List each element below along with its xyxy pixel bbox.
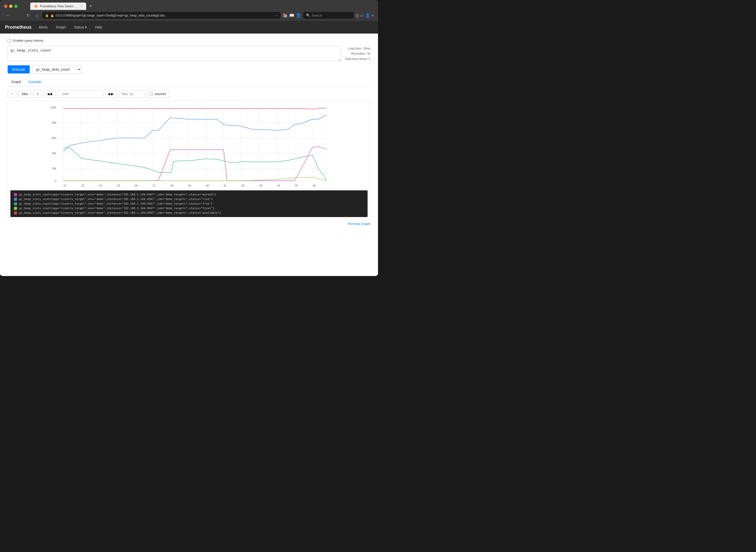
svg-text:32: 32 (242, 184, 245, 187)
active-tab[interactable]: 🔥 Prometheus Time Series Collec… ✕ (30, 3, 86, 10)
reading-mode-icon[interactable]: 📖 (289, 13, 294, 18)
query-history-label[interactable]: Enable query history (13, 39, 43, 42)
query-input[interactable]: gc_heap_slots_count (8, 46, 341, 61)
query-meta: Load time: 18ms Resolution: 3s Total tim… (345, 46, 370, 61)
reload-button[interactable]: ↻ (24, 12, 32, 19)
svg-text:23: 23 (81, 184, 85, 187)
svg-text:35: 35 (295, 184, 298, 187)
nav-status[interactable]: Status ▾ (73, 22, 88, 33)
address-bar[interactable]: 🔒 🔥 0.0.0.0:9090/graph?g0.range_input=15… (42, 12, 281, 19)
view-tabs: Graph Console (8, 78, 370, 87)
new-tab-button[interactable]: + (87, 3, 95, 10)
range-minus-button[interactable]: − (8, 90, 16, 98)
prometheus-brand[interactable]: Prometheus (5, 25, 31, 30)
legend-color-available (14, 212, 17, 215)
svg-text:33: 33 (259, 184, 262, 187)
total-time-series: Total time series: 5 (345, 56, 370, 61)
search-icon: 🔍 (306, 13, 310, 17)
close-button[interactable] (4, 5, 7, 8)
execute-button[interactable]: Execute (8, 65, 30, 74)
menu-icon[interactable]: ≡ (372, 13, 374, 17)
time-back-button[interactable]: ◀◀ (44, 90, 55, 98)
legend-color-live (14, 198, 17, 201)
nav-alerts[interactable]: Alerts (38, 22, 49, 33)
legend-color-marked (14, 193, 17, 196)
load-time: Load time: 18ms (345, 46, 370, 51)
legend-label-free: gc_heap_slots_count{app="sinatra_target"… (19, 202, 213, 205)
svg-text:40k: 40k (52, 152, 56, 155)
svg-text:27: 27 (152, 184, 155, 187)
remove-graph-link[interactable]: Remove Graph (348, 222, 370, 226)
back-button[interactable]: ← (4, 12, 12, 19)
svg-text:0: 0 (55, 180, 56, 183)
tab-graph[interactable]: Graph (8, 78, 25, 87)
address-text: 0.0.0.0:9090/graph?g0.range_input=15m&g0… (56, 14, 273, 17)
query-history-checkbox[interactable] (8, 39, 11, 42)
traffic-lights (4, 5, 17, 8)
chart-container: .grid-line { stroke: #e8e8e8; stroke-wid… (10, 104, 368, 190)
more-icon: ⋯ (275, 13, 278, 17)
expr-select[interactable]: gc_heap_slots_count (32, 65, 81, 74)
svg-text:36: 36 (313, 184, 316, 187)
stacked-checkbox[interactable] (150, 92, 153, 96)
tab-favicon: 🔥 (34, 4, 38, 8)
bookmarks-icon[interactable]: 📚 (283, 13, 288, 18)
execute-row: Execute gc_heap_slots_count (8, 65, 370, 74)
legend-item-marked: gc_heap_slots_count{app="sinatra_target"… (14, 193, 364, 196)
search-box[interactable]: 🔍 Search (303, 12, 354, 19)
resolution: Resolution: 3s (345, 51, 370, 56)
legend-item-live: gc_heap_slots_count{app="sinatra_target"… (14, 197, 364, 201)
legend-label-live: gc_heap_slots_count{app="sinatra_target"… (19, 197, 213, 201)
graph-controls: − 15m + ◀◀ ▶▶ stacked (8, 90, 370, 98)
legend-item-free: gc_heap_slots_count{app="sinatra_target"… (14, 202, 364, 205)
remove-graph-row: Remove Graph (8, 219, 370, 227)
legend-label-available: gc_heap_slots_count{app="sinatra_target"… (19, 211, 221, 215)
svg-text:26: 26 (135, 184, 138, 187)
svg-text:100k: 100k (50, 106, 56, 109)
minimize-button[interactable] (9, 5, 12, 8)
legend: gc_heap_slots_count{app="sinatra_target"… (10, 190, 368, 217)
tab-console[interactable]: Console (25, 78, 45, 87)
profile-icon[interactable]: 👤 (365, 13, 370, 18)
prometheus-navbar: Prometheus Alerts Graph Status ▾ Help (0, 21, 378, 33)
chart-wrapper: .grid-line { stroke: #e8e8e8; stroke-wid… (8, 101, 370, 219)
sidebar-icon[interactable]: ▭ (360, 13, 364, 18)
stacked-label[interactable]: stacked (146, 90, 169, 98)
dropdown-arrow-icon: ▾ (85, 25, 87, 29)
nav-help[interactable]: Help (94, 22, 103, 33)
until-input[interactable] (57, 90, 103, 98)
forward-button[interactable]: → (14, 12, 22, 19)
svg-text:22: 22 (64, 184, 67, 187)
nav-graph[interactable]: Graph (55, 22, 67, 33)
res-input[interactable] (119, 90, 144, 98)
time-forward-button[interactable]: ▶▶ (105, 90, 117, 98)
svg-text:24: 24 (99, 184, 102, 187)
chart-svg: .grid-line { stroke: #e8e8e8; stroke-wid… (10, 104, 368, 190)
query-area: gc_heap_slots_count Load time: 18ms Reso… (8, 46, 370, 61)
svg-text:31: 31 (224, 184, 227, 187)
svg-text:25: 25 (117, 184, 120, 187)
stacked-text: stacked (154, 92, 166, 96)
legend-label-final: gc_heap_slots_count{app="sinatra_target"… (19, 206, 214, 210)
svg-text:29: 29 (188, 184, 191, 187)
tab-close-icon[interactable]: ✕ (80, 5, 83, 8)
fullscreen-button[interactable] (14, 5, 17, 8)
library-icon[interactable]: ||| (356, 13, 359, 17)
range-plus-button[interactable]: + (33, 90, 42, 98)
svg-text:30: 30 (206, 184, 209, 187)
legend-label-marked: gc_heap_slots_count{app="sinatra_target"… (19, 193, 216, 196)
svg-text:34: 34 (277, 184, 280, 187)
home-button[interactable]: ⌂ (34, 12, 40, 19)
extensions-icon[interactable]: 👤 (296, 13, 301, 18)
legend-item-final: gc_heap_slots_count{app="sinatra_target"… (14, 206, 364, 210)
svg-text:28: 28 (170, 184, 173, 187)
legend-item-available: gc_heap_slots_count{app="sinatra_target"… (14, 211, 364, 215)
favicon-small: 🔥 (50, 14, 54, 17)
svg-text:60k: 60k (52, 136, 56, 140)
svg-text:20k: 20k (52, 167, 56, 170)
search-placeholder: Search (311, 13, 322, 17)
tab-title: Prometheus Time Series Collec… (40, 5, 77, 8)
svg-text:80k: 80k (52, 121, 56, 124)
legend-color-final (14, 207, 17, 210)
query-history-row: Enable query history (8, 39, 370, 42)
